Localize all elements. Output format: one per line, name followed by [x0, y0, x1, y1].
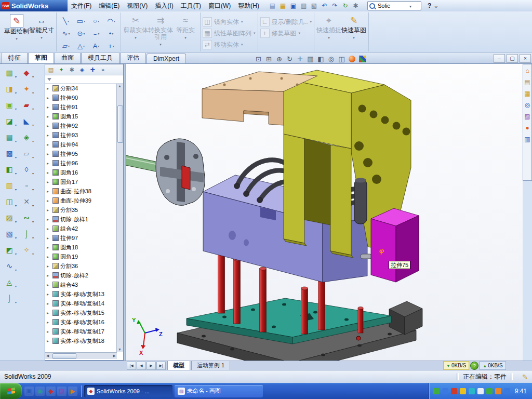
taskbar-clock[interactable]: 9:41 [515, 388, 527, 395]
tree-item[interactable]: 实体-移动/复制17 [45, 327, 117, 336]
expand-arrow-icon[interactable] [47, 142, 51, 147]
menu-item[interactable]: 编辑(E) [95, 0, 123, 12]
task-pane-icon[interactable]: ◎ [523, 100, 531, 110]
graphics-area[interactable]: φ Y Z X [126, 64, 523, 361]
expand-arrow-icon[interactable] [47, 283, 51, 287]
close-icon[interactable]: × [520, 54, 531, 63]
help-button[interactable]: ? [425, 2, 433, 9]
document-tab[interactable]: 运动算例 1 [191, 361, 230, 370]
quick-snaps-button[interactable]: 快速捕捉 [316, 12, 341, 41]
expand-arrow-icon[interactable] [47, 208, 51, 212]
command-tab[interactable]: 特征 [2, 52, 28, 63]
expand-arrow-icon[interactable] [47, 133, 51, 138]
toolbar-icon[interactable]: ▦ [278, 2, 287, 10]
toolbar-icon[interactable]: ↷ [330, 2, 339, 10]
tray-icon[interactable] [504, 388, 510, 394]
expand-arrow-icon[interactable] [47, 105, 51, 110]
quick-launch-icon[interactable]: ▶ [68, 387, 77, 396]
expand-arrow-icon[interactable] [47, 227, 51, 231]
view-tool-icon[interactable]: ● [349, 56, 355, 62]
command-tab[interactable]: DimXpert [147, 54, 186, 63]
repair-sketch-button[interactable]: + 修复草图 [260, 29, 312, 38]
tray-icon[interactable] [451, 388, 457, 394]
sketch-entity-button[interactable]: ⊙ [74, 28, 88, 39]
rapid-sketch-button[interactable]: 快速草图 [341, 12, 366, 41]
tree-header-icon[interactable]: ✚ [88, 65, 97, 74]
expand-arrow-icon[interactable] [47, 189, 51, 194]
view-tool-icon[interactable]: ◫ [337, 54, 347, 63]
tray-icon[interactable] [442, 388, 448, 394]
view-tool-icon[interactable]: ↻ [285, 54, 295, 63]
sketch-button[interactable]: 草图绘制 [4, 12, 29, 42]
left-toolbar-icon[interactable]: ◩ [3, 244, 16, 256]
minimize-icon[interactable]: – [494, 54, 505, 63]
tree-item[interactable]: 圆角18 [45, 243, 117, 252]
search-input[interactable] [377, 2, 408, 9]
left-toolbar-icon[interactable]: ▧ [3, 228, 16, 240]
tree-item[interactable]: 拉伸94 [45, 140, 117, 149]
toolbar-icon[interactable]: ✱ [351, 2, 360, 10]
tree-item[interactable]: 拉伸97 [45, 233, 117, 243]
quick-launch-icon[interactable]: ▣ [24, 387, 34, 396]
view-tool-icon[interactable]: ▦ [305, 54, 315, 63]
left-toolbar-icon[interactable]: ∿ [3, 260, 16, 272]
left-toolbar-icon[interactable]: ▨ [3, 211, 16, 224]
tree-header-icon[interactable]: » [98, 65, 108, 74]
tray-icon[interactable] [477, 388, 484, 394]
tree-item[interactable]: 圆角15 [45, 112, 117, 121]
sketch-entity-button[interactable]: ◠ [104, 15, 118, 27]
left-toolbar-icon[interactable]: ◊ [20, 163, 33, 176]
sketch-entity-button[interactable]: ▱ [59, 40, 73, 52]
tree-item[interactable]: 实体-移动/复制14 [45, 299, 117, 308]
move-entities-button[interactable]: ⇄ 移动实体 [203, 40, 256, 49]
sketch-entity-button[interactable]: ▭ [74, 15, 88, 27]
tree-filter-bar[interactable] [45, 75, 123, 84]
left-toolbar-icon[interactable]: ▫ [20, 179, 33, 192]
left-toolbar-icon[interactable]: ✦ [20, 83, 33, 95]
view-tool-icon[interactable]: ⊡ [254, 54, 263, 63]
task-button[interactable]: ▨ 未命名 - 画图 [175, 385, 263, 397]
tree-item[interactable]: 分割36 [45, 261, 117, 271]
quick-launch-icon[interactable]: ◉ [35, 387, 45, 396]
tree-header-icon[interactable]: ✱ [67, 65, 76, 74]
tree-item[interactable]: 实体-移动/复制13 [45, 289, 117, 299]
left-toolbar-icon[interactable]: ▦ [3, 66, 16, 79]
mirror-entities-button[interactable]: ◫ 镜向实体 [203, 17, 256, 26]
tree-horizontal-scrollbar[interactable] [45, 352, 117, 359]
tab-nav-button[interactable]: ▶| [156, 362, 166, 370]
convert-entities-button[interactable]: 转换实体引用 [148, 12, 173, 48]
task-pane-icon[interactable]: ▤ [523, 77, 531, 87]
command-tab[interactable]: 评估 [120, 52, 146, 63]
view-tool-icon[interactable]: ⊕ [274, 54, 284, 63]
left-toolbar-icon[interactable]: ▱ [20, 147, 33, 159]
task-pane-icon[interactable]: ● [523, 123, 531, 132]
tree-item[interactable]: 拉伸90 [45, 93, 117, 102]
document-tab[interactable]: 模型 [167, 361, 190, 370]
left-toolbar-icon[interactable]: ◬ [3, 276, 16, 288]
tab-nav-button[interactable]: ◀ [137, 362, 146, 370]
sketch-entity-button[interactable]: + [104, 40, 118, 52]
menu-item[interactable]: 文件(F) [68, 0, 95, 12]
tree-item[interactable]: 分割34 [45, 84, 117, 93]
menu-item[interactable]: 视图(V) [123, 0, 151, 12]
sketch-entity-button[interactable]: ╲ [59, 15, 73, 27]
toolbar-icon[interactable]: ▤ [268, 2, 277, 10]
view-tool-icon[interactable]: ◎ [326, 54, 336, 63]
expand-arrow-icon[interactable] [47, 245, 51, 250]
tree-item[interactable]: 曲面-拉伸38 [45, 187, 117, 196]
expand-arrow-icon[interactable] [47, 180, 51, 184]
monitor-badge-icon[interactable]: ? [470, 362, 478, 370]
tree-item[interactable]: 实体-移动/复制15 [45, 308, 117, 317]
quick-launch-icon[interactable]: ▨ [57, 387, 66, 396]
tree-vertical-scrollbar[interactable] [116, 84, 123, 352]
left-toolbar-icon[interactable]: ▩ [3, 147, 16, 159]
tree-item[interactable]: 曲面-拉伸39 [45, 196, 117, 205]
left-toolbar-icon[interactable]: ⌡ [3, 292, 16, 304]
tree-header-icon[interactable]: ▤ [46, 65, 56, 74]
tree-header-icon[interactable]: ◈ [77, 65, 87, 74]
left-toolbar-icon[interactable]: ▣ [3, 99, 16, 111]
tray-icon[interactable] [486, 388, 493, 394]
expand-arrow-icon[interactable] [47, 273, 51, 278]
task-pane-icon[interactable]: ▥ [523, 135, 531, 144]
left-toolbar-icon[interactable]: ◈ [20, 131, 33, 143]
